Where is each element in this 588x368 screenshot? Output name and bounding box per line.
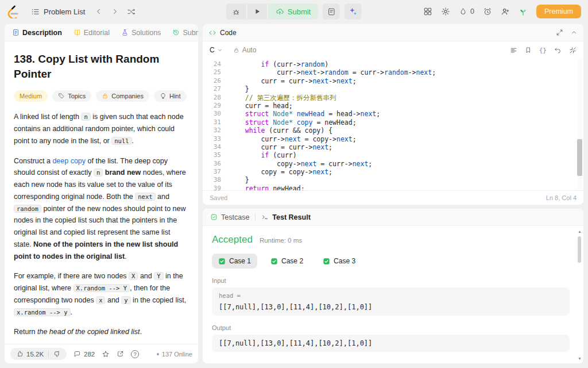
problem-statement: A linked list of length n is given such … <box>14 111 189 344</box>
format-code-icon[interactable] <box>510 47 517 54</box>
help-icon[interactable]: ? <box>131 350 139 358</box>
editor-scrollbar-thumb[interactable] <box>577 139 582 176</box>
paragraph: Return the head of the copied linked lis… <box>14 326 189 338</box>
share-icon[interactable] <box>117 350 124 358</box>
vote-pill: 15.2K <box>10 348 67 360</box>
streak-count: 0 <box>470 7 474 16</box>
lock-icon <box>102 93 109 99</box>
lightbulb-icon <box>160 93 167 99</box>
auto-toggle[interactable]: Auto <box>233 46 257 54</box>
chevron-up-icon[interactable] <box>570 29 578 36</box>
code-panel-header: Code <box>203 24 583 41</box>
top-navigation-bar: Problem List <box>0 0 588 23</box>
expand-icon[interactable] <box>556 29 563 36</box>
tab-description[interactable]: Description <box>10 29 64 37</box>
result-content: Accepted Runtime: 0 ms Case 1 Case 2 <box>203 226 583 363</box>
save-status: Saved <box>210 194 227 201</box>
case-passed-icon <box>323 258 330 265</box>
next-problem-button[interactable] <box>108 5 122 18</box>
submit-button[interactable]: Submit <box>268 3 318 20</box>
list-icon <box>31 7 40 16</box>
debug-bug-icon <box>232 7 241 16</box>
problem-list-button[interactable]: Problem List <box>26 5 90 18</box>
tab-solutions[interactable]: Solutions <box>119 29 163 37</box>
comment-icon <box>74 350 81 358</box>
scroll-up-arrow-icon[interactable]: ▲ <box>578 229 582 233</box>
problem-list-label: Problem List <box>44 7 85 16</box>
status-row: Accepted Runtime: 0 ms <box>212 234 570 246</box>
code-panel-title: Code <box>220 29 237 37</box>
case-2-chip[interactable]: Case 2 <box>264 254 310 269</box>
tab-test-result[interactable]: Test Result <box>260 213 312 221</box>
input-box[interactable]: head = [[7,null],[13,0],[11,4],[10,2],[1… <box>212 288 570 316</box>
sparkles-icon <box>349 7 358 16</box>
status-accepted: Accepted <box>212 234 253 246</box>
thumbs-down-icon[interactable] <box>53 350 61 358</box>
case-1-chip[interactable]: Case 1 <box>212 254 257 269</box>
tab-editorial[interactable]: Editorial <box>72 29 111 37</box>
comment-count: 282 <box>84 351 95 358</box>
scroll-down-arrow-icon[interactable]: ▼ <box>578 356 582 361</box>
random-problem-button[interactable] <box>124 5 138 18</box>
output-box[interactable]: [[7,null],[13,0],[11,4],[10,2],[1,0]] <box>212 335 570 352</box>
topics-badge[interactable]: Topics <box>52 90 91 102</box>
collapse-icon[interactable] <box>569 47 577 54</box>
paragraph: For example, if there are two nodes X an… <box>14 270 189 318</box>
description-tab-bar: Description Editorial Solutions Submissi… <box>5 24 198 41</box>
tab-testcase[interactable]: Testcase <box>208 213 251 221</box>
ai-assistant-button[interactable] <box>345 3 362 20</box>
case-3-chip[interactable]: Case 3 <box>316 254 362 269</box>
checkbox-icon <box>210 213 218 221</box>
runtime-text: Runtime: 0 ms <box>260 237 302 244</box>
topbar-left-group: Problem List <box>7 5 138 18</box>
online-count: 137 Online <box>162 351 192 358</box>
layout-grid-icon[interactable] <box>423 7 432 16</box>
companies-badge[interactable]: Companies <box>96 90 149 102</box>
book-icon <box>74 29 81 36</box>
note-icon <box>327 7 336 16</box>
badge-row: Medium Topics Companies Hint <box>14 90 189 102</box>
bookmark-icon[interactable] <box>525 47 532 53</box>
editor-statusbar: Saved Ln 8, Col 4 <box>203 190 583 205</box>
difficulty-badge[interactable]: Medium <box>14 90 48 102</box>
comments-button[interactable]: 282 <box>74 350 95 358</box>
terminal-icon <box>261 213 269 221</box>
case-row: Case 1 Case 2 Case 3 <box>212 254 570 269</box>
flame-icon <box>459 7 467 16</box>
debug-button[interactable] <box>226 3 246 20</box>
gear-icon[interactable] <box>441 7 450 16</box>
code-editor[interactable]: 24 if (curr->random)25 curr->next->rando… <box>203 59 583 190</box>
shuffle-icon <box>127 7 136 16</box>
tag-icon <box>58 93 65 99</box>
thumbs-up-icon <box>16 350 24 358</box>
divider <box>255 213 256 221</box>
plant-streak-icon[interactable] <box>519 7 528 16</box>
tab-submissions[interactable]: Submissions <box>171 29 198 37</box>
play-icon <box>253 7 261 16</box>
timer-icon[interactable] <box>483 7 492 16</box>
paragraph: A linked list of length n is given such … <box>14 111 189 147</box>
daily-streak-counter[interactable]: 0 <box>459 7 474 16</box>
run-button[interactable] <box>247 3 267 20</box>
case-passed-icon <box>218 258 226 265</box>
history-icon <box>172 29 180 36</box>
invite-user-icon[interactable] <box>501 7 510 16</box>
like-button[interactable]: 15.2K <box>16 350 44 358</box>
result-scrollbar-thumb[interactable] <box>578 236 581 263</box>
language-selector[interactable]: C <box>210 46 223 54</box>
braces-icon[interactable]: {} <box>539 47 547 54</box>
star-icon[interactable] <box>102 350 110 358</box>
premium-button[interactable]: Premium <box>536 5 581 18</box>
chevron-right-icon <box>111 7 119 16</box>
flask-icon <box>121 29 129 36</box>
code-header-actions <box>556 29 578 36</box>
prev-problem-button[interactable] <box>92 5 106 18</box>
input-value: [[7,null],[13,0],[11,4],[10,2],[1,0]] <box>219 303 563 311</box>
undo-icon[interactable] <box>554 47 562 54</box>
like-count: 15.2K <box>26 351 44 358</box>
notes-button[interactable] <box>323 3 340 20</box>
leetcode-logo-icon[interactable] <box>7 5 18 18</box>
code-icon <box>208 29 216 37</box>
hint-badge[interactable]: Hint <box>154 90 187 102</box>
test-result-panel: Testcase Test Result Accepted Runtime: 0… <box>203 209 583 363</box>
